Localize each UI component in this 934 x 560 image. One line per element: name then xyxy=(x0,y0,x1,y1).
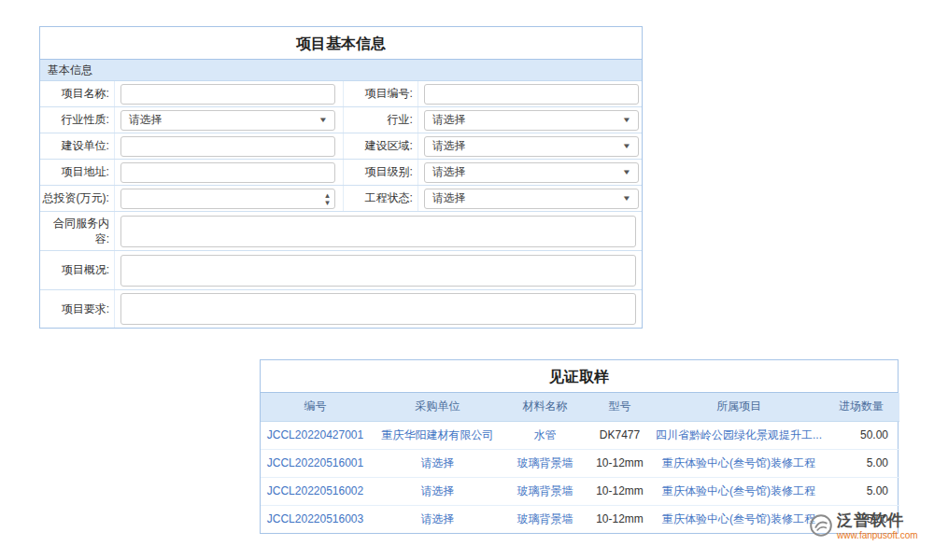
construction-unit-input[interactable] xyxy=(120,136,335,157)
chevron-down-icon: ▼ xyxy=(622,168,631,176)
total-investment-label: 总投资(万元): xyxy=(40,186,115,211)
cell-project[interactable]: 四川省黔岭公园绿化景观提升工... xyxy=(655,421,823,449)
cell-code[interactable]: JCCL20220516003 xyxy=(261,505,370,533)
fanpu-logo-icon xyxy=(809,513,833,538)
chevron-down-icon: ▼ xyxy=(622,194,631,203)
project-name-label: 项目名称: xyxy=(40,81,115,106)
project-level-select[interactable]: 请选择 ▼ xyxy=(424,162,639,183)
header-model: 型号 xyxy=(585,393,655,421)
witness-sampling-panel: 见证取样 编号 采购单位 材料名称 型号 所属项目 进场数量 JCCL20220… xyxy=(260,359,899,534)
header-code: 编号 xyxy=(261,393,370,421)
selected-value: 请选择 xyxy=(129,112,163,128)
cell-purchaser[interactable]: 请选择 xyxy=(370,449,505,477)
project-requirement-label: 项目要求: xyxy=(40,290,115,328)
total-investment-stepper[interactable]: ▴ ▾ xyxy=(120,189,335,209)
form-row: 建设单位: 建设区域: 请选择 ▼ xyxy=(40,133,642,160)
spinner-arrows[interactable]: ▴ ▾ xyxy=(325,191,330,206)
cell-quantity: 50.00 xyxy=(823,421,899,449)
form-row: 总投资(万元): ▴ ▾ 工程状态: 请选择 ▼ xyxy=(40,186,642,212)
total-investment-input[interactable] xyxy=(120,189,335,209)
project-status-select[interactable]: 请选择 ▼ xyxy=(424,189,639,209)
section-header-basic-info: 基本信息 xyxy=(40,60,642,81)
table-header-row: 编号 采购单位 材料名称 型号 所属项目 进场数量 xyxy=(261,393,899,421)
cell-material[interactable]: 玻璃背景墙 xyxy=(505,449,585,477)
project-address-label: 项目地址: xyxy=(40,160,115,185)
chevron-down-icon: ▼ xyxy=(622,142,631,150)
cell-material[interactable]: 玻璃背景墙 xyxy=(505,505,585,533)
construction-unit-label: 建设单位: xyxy=(40,133,115,159)
table-row: JCCL20220516003 请选择 玻璃背景墙 10-12mm 重庆体验中心… xyxy=(261,505,899,533)
cell-model: DK7477 xyxy=(585,421,655,449)
project-address-input[interactable] xyxy=(120,162,335,183)
watermark-brand: 泛普软件 xyxy=(837,510,918,531)
industry-select[interactable]: 请选择 ▼ xyxy=(424,110,639,131)
form-row: 项目概况: xyxy=(40,251,642,290)
selected-value: 请选择 xyxy=(432,190,466,206)
spinner-down-icon[interactable]: ▾ xyxy=(325,199,330,206)
chevron-down-icon: ▼ xyxy=(318,116,328,124)
table-row: JCCL20220427001 重庆华阳建材有限公司 水管 DK7477 四川省… xyxy=(261,421,899,449)
cell-material[interactable]: 水管 xyxy=(505,421,585,449)
cell-project[interactable]: 重庆体验中心(叁号馆)装修工程 xyxy=(655,477,823,505)
cell-code[interactable]: JCCL20220516001 xyxy=(261,449,370,477)
cell-model: 10-12mm xyxy=(585,449,655,477)
selected-value: 请选择 xyxy=(432,112,466,128)
construction-region-label: 建设区域: xyxy=(344,133,418,159)
project-status-label: 工程状态: xyxy=(344,186,418,211)
header-purchaser: 采购单位 xyxy=(370,393,505,421)
contract-service-label: 合同服务内容: xyxy=(40,212,115,250)
project-level-label: 项目级别: xyxy=(344,160,418,185)
chevron-down-icon: ▼ xyxy=(622,116,631,124)
table-row: JCCL20220516002 请选择 玻璃背景墙 10-12mm 重庆体验中心… xyxy=(261,477,899,505)
project-code-label: 项目编号: xyxy=(344,81,418,106)
selected-value: 请选择 xyxy=(432,164,466,180)
cell-code[interactable]: JCCL20220427001 xyxy=(261,421,370,449)
cell-model: 10-12mm xyxy=(585,505,655,533)
table-title: 见证取样 xyxy=(261,360,898,393)
sampling-table: 编号 采购单位 材料名称 型号 所属项目 进场数量 JCCL2022042700… xyxy=(261,393,899,533)
form-row: 项目要求: xyxy=(40,290,642,328)
project-overview-label: 项目概况: xyxy=(40,251,115,289)
project-code-input[interactable] xyxy=(424,84,639,105)
cell-quantity: 5.00 xyxy=(823,449,899,477)
contract-service-textarea[interactable] xyxy=(120,216,636,247)
cell-project[interactable]: 重庆体验中心(叁号馆)装修工程 xyxy=(655,449,823,477)
cell-purchaser[interactable]: 重庆华阳建材有限公司 xyxy=(370,421,505,449)
cell-purchaser[interactable]: 请选择 xyxy=(370,505,505,533)
cell-project[interactable]: 重庆体验中心(叁号馆)装修工程 xyxy=(655,505,823,533)
cell-purchaser[interactable]: 请选择 xyxy=(370,477,505,505)
project-basic-info-panel: 项目基本信息 基本信息 项目名称: 项目编号: 行业性质: 请选择 ▼ 行业: … xyxy=(39,26,643,329)
project-overview-textarea[interactable] xyxy=(120,255,636,287)
project-name-input[interactable] xyxy=(120,84,335,105)
form-row: 合同服务内容: xyxy=(40,212,642,251)
industry-nature-label: 行业性质: xyxy=(40,107,115,133)
form-row: 项目名称: 项目编号: xyxy=(40,81,642,107)
industry-nature-select[interactable]: 请选择 ▼ xyxy=(120,110,335,131)
selected-value: 请选择 xyxy=(432,138,466,154)
header-project: 所属项目 xyxy=(655,393,823,421)
construction-region-select[interactable]: 请选择 ▼ xyxy=(424,136,639,157)
cell-quantity: 5.00 xyxy=(823,477,899,505)
form-title: 项目基本信息 xyxy=(40,27,642,60)
form-row: 行业性质: 请选择 ▼ 行业: 请选择 ▼ xyxy=(40,107,642,133)
cell-model: 10-12mm xyxy=(585,477,655,505)
header-material: 材料名称 xyxy=(505,393,585,421)
industry-label: 行业: xyxy=(344,107,418,133)
project-requirement-textarea[interactable] xyxy=(120,293,636,325)
cell-material[interactable]: 玻璃背景墙 xyxy=(505,477,585,505)
header-quantity: 进场数量 xyxy=(823,393,899,421)
fanpu-watermark: 泛普软件 www.fanpusoft.com xyxy=(809,510,918,540)
cell-code[interactable]: JCCL20220516002 xyxy=(261,477,370,505)
table-row: JCCL20220516001 请选择 玻璃背景墙 10-12mm 重庆体验中心… xyxy=(261,449,899,477)
watermark-url: www.fanpusoft.com xyxy=(837,531,918,540)
form-row: 项目地址: 项目级别: 请选择 ▼ xyxy=(40,160,642,186)
